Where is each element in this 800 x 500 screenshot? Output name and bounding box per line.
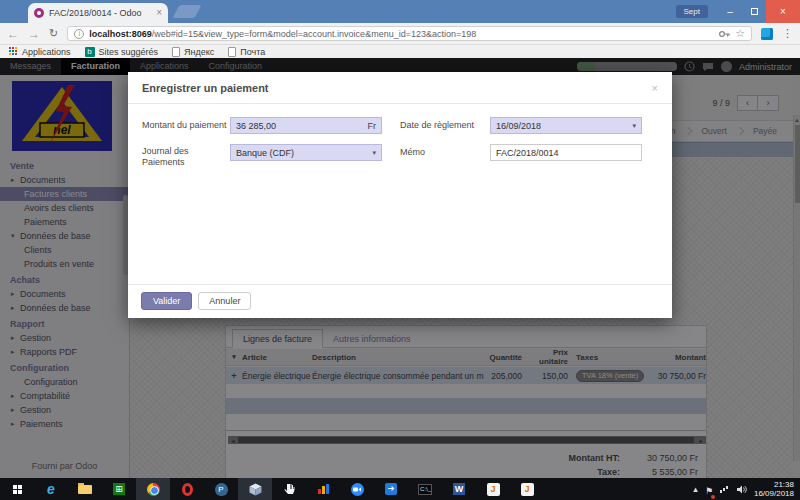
amount-value: 36 285,00	[236, 121, 276, 131]
network-icon[interactable]	[720, 490, 722, 493]
browser-profile-chip[interactable]: Sept	[676, 5, 708, 18]
new-tab-button[interactable]	[173, 5, 202, 18]
bookmark-star-icon[interactable]: ☆	[735, 28, 745, 39]
taskbar-clock[interactable]: 21:38 16/09/2018	[754, 480, 794, 498]
chrome-icon[interactable]	[136, 478, 170, 500]
dropdown-caret-icon[interactable]: ▾	[632, 122, 636, 130]
date-field[interactable]: 16/09/2018 ▾	[490, 117, 642, 134]
cancel-button[interactable]: Annuler	[198, 292, 251, 310]
page-icon	[172, 47, 180, 57]
internet-explorer-icon[interactable]: e	[34, 478, 68, 500]
apps-grid-icon	[9, 47, 11, 49]
browser-tab[interactable]: FAC/2018/0014 - Odoo ×	[28, 3, 168, 23]
tray-date: 16/09/2018	[754, 489, 794, 498]
action-center-flag-icon[interactable]: ⚑	[705, 480, 713, 498]
journal-label: Journal des Paiements	[142, 146, 212, 168]
modal-header: Enregistrer un paiement ×	[128, 72, 672, 104]
journal-value: Banque (CDF)	[236, 148, 294, 158]
odoo-app: Messages Facturation Applications Config…	[0, 58, 800, 478]
hand-tool-icon[interactable]	[272, 478, 306, 500]
date-label: Date de règlement	[400, 120, 492, 131]
system-tray: ▴ ⚑ 21:38 16/09/2018	[693, 480, 800, 498]
validate-button[interactable]: Valider	[141, 292, 192, 310]
url-host: localhost:8069	[89, 29, 152, 39]
tray-expand-icon[interactable]: ▴	[693, 484, 698, 494]
reload-button[interactable]: ↻	[49, 27, 58, 40]
memo-field[interactable]: FAC/2018/0014	[490, 144, 642, 161]
odoo-favicon-icon	[34, 8, 44, 18]
date-value: 16/09/2018	[496, 121, 541, 131]
store-icon[interactable]: ⊞	[102, 478, 136, 500]
minimize-button[interactable]: –	[718, 0, 742, 23]
address-bar[interactable]: i localhost:8069/web#id=15&view_type=for…	[67, 26, 752, 41]
file-explorer-icon[interactable]	[68, 478, 102, 500]
taskbar: e ⊞ P ➔ C:\_ W J J ▴ ⚑ 21:38 16/09/2018	[0, 478, 800, 500]
bookmarks-bar: Applications bSites suggérés Яндекс Почт…	[0, 45, 800, 58]
amount-field[interactable]: 36 285,00 Fr	[230, 117, 382, 134]
back-button[interactable]: ←	[7, 28, 19, 40]
bookmark-label: Applications	[22, 47, 71, 57]
command-prompt-icon[interactable]: C:\_	[408, 478, 442, 500]
zoom-icon[interactable]	[340, 478, 374, 500]
bookmark-sites[interactable]: bSites suggérés	[85, 47, 159, 57]
chart-app-icon[interactable]	[306, 478, 340, 500]
page-info-icon[interactable]: i	[74, 29, 84, 39]
currency-suffix: Fr	[368, 121, 377, 131]
volume-icon[interactable]	[737, 485, 747, 494]
browser-menu-icon[interactable]: ⋮	[782, 27, 793, 40]
modal-footer: Valider Annuler	[128, 284, 672, 317]
amount-label: Montant du paiement	[142, 120, 242, 131]
journal-select[interactable]: Banque (CDF) ▾	[230, 144, 382, 161]
bookmark-label: Почта	[240, 47, 265, 57]
word-icon[interactable]: W	[442, 478, 476, 500]
browser-tabstrip: FAC/2018/0014 - Odoo × Sept – ×	[0, 0, 800, 23]
browser-toolbar: ← → ↻ i localhost:8069/web#id=15&view_ty…	[0, 23, 800, 45]
memo-value: FAC/2018/0014	[496, 148, 559, 158]
opera-icon[interactable]	[170, 478, 204, 500]
memo-label: Mémo	[400, 147, 460, 158]
java-app-icon[interactable]: J	[476, 478, 510, 500]
bookmark-yandex[interactable]: Яндекс	[172, 47, 214, 57]
register-payment-modal: Enregistrer un paiement × Montant du pai…	[128, 72, 672, 318]
modal-close-icon[interactable]: ×	[652, 82, 658, 94]
java-app-icon[interactable]: J	[510, 478, 544, 500]
tab-title: FAC/2018/0014 - Odoo	[49, 8, 151, 18]
close-button[interactable]: ×	[766, 0, 800, 23]
tab-close-icon[interactable]: ×	[156, 8, 162, 18]
extension-icon[interactable]	[761, 28, 773, 40]
start-button[interactable]	[0, 478, 34, 500]
url-path: /web#id=15&view_type=form&model=account.…	[152, 29, 476, 39]
share-app-icon[interactable]: ➔	[374, 478, 408, 500]
url-text[interactable]: localhost:8069/web#id=15&view_type=form&…	[89, 29, 714, 39]
dropdown-caret-icon[interactable]: ▾	[372, 149, 376, 157]
notification-dot	[711, 495, 715, 499]
maximize-button[interactable]	[742, 0, 766, 23]
modal-body: Montant du paiement 36 285,00 Fr Date de…	[128, 104, 672, 284]
bookmark-mail[interactable]: Почта	[228, 47, 265, 57]
forward-button[interactable]: →	[28, 28, 40, 40]
cube-app-icon[interactable]	[238, 478, 272, 500]
bookmark-label: Sites suggérés	[99, 47, 159, 57]
windows-logo-icon	[13, 485, 17, 489]
bookmark-label: Яндекс	[184, 47, 214, 57]
window-controls: Sept – ×	[676, 0, 800, 23]
page-icon	[228, 47, 236, 57]
bing-icon: b	[85, 47, 95, 57]
postgresql-icon[interactable]: P	[204, 478, 238, 500]
screen: FAC/2018/0014 - Odoo × Sept – × ← → ↻ i …	[0, 0, 800, 500]
password-key-icon[interactable]	[719, 30, 730, 38]
modal-title: Enregistrer un paiement	[142, 82, 269, 94]
bookmark-apps[interactable]: Applications	[9, 47, 71, 57]
tray-time: 21:38	[754, 480, 794, 489]
